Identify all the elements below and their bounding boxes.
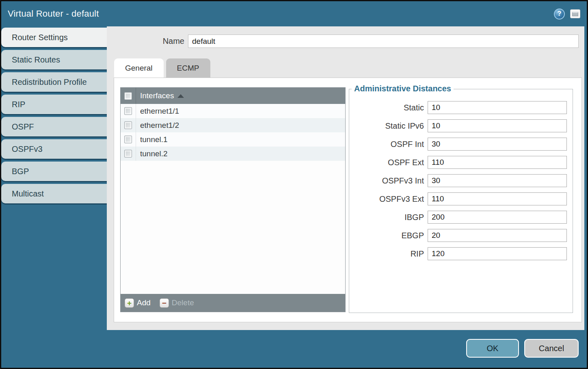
ospfv3-ext-input[interactable] xyxy=(428,192,567,205)
sidebar-item-ospfv3[interactable]: OSPFv3 xyxy=(1,139,107,159)
rip-label: RIP xyxy=(411,249,428,259)
interface-checkbox-ethernet1-2[interactable] xyxy=(124,121,132,129)
titlebar: Virtual Router - default ? xyxy=(1,1,587,26)
field-row-ospf-ext: OSPF Ext xyxy=(349,156,567,169)
select-all-cell xyxy=(121,88,136,104)
interface-row-tunnel-1[interactable]: tunnel.1 xyxy=(121,132,345,147)
static-label: Static xyxy=(404,103,428,112)
add-button[interactable]: + Add xyxy=(125,298,151,308)
interfaces-column-header[interactable]: Interfaces xyxy=(136,91,184,100)
checkbox-cell xyxy=(121,147,136,161)
field-row-ospf-int: OSPF Int xyxy=(349,138,567,151)
rip-input[interactable] xyxy=(428,247,567,260)
name-row: Name xyxy=(107,35,579,48)
dialog-footer: OK Cancel xyxy=(466,339,579,358)
ospfv3-int-input[interactable] xyxy=(428,174,567,187)
plus-icon: + xyxy=(125,298,134,308)
interface-name: tunnel.1 xyxy=(136,135,168,144)
ospf-int-label: OSPF Int xyxy=(391,140,428,149)
static-ipv6-input[interactable] xyxy=(428,119,567,132)
ibgp-input[interactable] xyxy=(428,211,567,224)
interface-checkbox-ethernet1-1[interactable] xyxy=(124,107,132,115)
field-row-ospfv3-int: OSPFv3 Int xyxy=(349,174,567,187)
window-icon[interactable] xyxy=(570,9,580,18)
sidebar-item-router-settings[interactable]: Router Settings xyxy=(1,28,107,47)
ospf-int-input[interactable] xyxy=(428,138,567,151)
interface-row-ethernet1-1[interactable]: ethernet1/1 xyxy=(121,104,345,118)
sidebar-item-bgp[interactable]: BGP xyxy=(1,162,107,181)
sort-ascending-icon xyxy=(177,94,184,98)
delete-button-label: Delete xyxy=(172,298,194,307)
interface-checkbox-tunnel-1[interactable] xyxy=(124,136,132,143)
name-input[interactable] xyxy=(188,35,579,48)
name-label: Name xyxy=(107,37,188,46)
interfaces-table-footer: + Add − Delete xyxy=(121,294,345,312)
interface-name: ethernet1/2 xyxy=(136,121,179,130)
static-input[interactable] xyxy=(428,101,567,114)
checkbox-cell xyxy=(121,104,136,118)
sidebar: Router Settings Static Routes Redistribu… xyxy=(1,28,107,203)
sidebar-item-rip[interactable]: RIP xyxy=(1,95,107,114)
checkbox-cell xyxy=(121,118,136,132)
interface-row-ethernet1-2[interactable]: ethernet1/2 xyxy=(121,118,345,132)
window-icon-glyph xyxy=(572,12,578,16)
table-empty-area xyxy=(121,161,345,294)
tab-ecmp[interactable]: ECMP xyxy=(166,58,210,78)
help-icon[interactable]: ? xyxy=(554,9,565,19)
delete-button[interactable]: − Delete xyxy=(160,298,194,308)
tabstrip: General ECMP xyxy=(114,58,210,78)
interface-name: ethernet1/1 xyxy=(136,107,179,116)
titlebar-icons: ? xyxy=(554,9,580,19)
sidebar-item-static-routes[interactable]: Static Routes xyxy=(1,50,107,69)
select-all-checkbox[interactable] xyxy=(124,92,132,100)
interface-name: tunnel.2 xyxy=(136,149,168,158)
virtual-router-dialog: Virtual Router - default ? Router Settin… xyxy=(0,0,588,369)
field-row-ebgp: EBGP xyxy=(349,229,567,242)
sidebar-item-redistribution-profile[interactable]: Redistribution Profile xyxy=(1,72,107,92)
ospf-ext-label: OSPF Ext xyxy=(388,158,428,167)
interfaces-table: Interfaces ethernet1/1 ethernet1/2 xyxy=(120,87,346,312)
administrative-distances-fields: Static Static IPv6 OSPF Int OSPF Ext xyxy=(349,89,573,260)
ospfv3-ext-label: OSPFv3 Ext xyxy=(379,194,428,204)
cancel-button[interactable]: Cancel xyxy=(524,339,579,358)
field-row-static: Static xyxy=(349,101,567,114)
tab-general[interactable]: General xyxy=(114,58,164,78)
administrative-distances-legend: Administrative Distances xyxy=(352,84,454,93)
router-settings-content: Name General ECMP Interfaces xyxy=(107,26,584,330)
ospfv3-int-label: OSPFv3 Int xyxy=(382,176,428,186)
minus-icon: − xyxy=(160,298,169,308)
administrative-distances-section: Administrative Distances Static Static I… xyxy=(349,89,573,313)
ebgp-input[interactable] xyxy=(428,229,567,242)
dialog-title: Virtual Router - default xyxy=(8,9,99,19)
ok-button[interactable]: OK xyxy=(466,339,519,358)
field-row-ospfv3-ext: OSPFv3 Ext xyxy=(349,192,567,205)
general-tab-panel: Interfaces ethernet1/1 ethernet1/2 xyxy=(114,78,582,322)
interface-checkbox-tunnel-2[interactable] xyxy=(124,150,132,158)
interfaces-table-header: Interfaces xyxy=(121,88,345,104)
field-row-static-ipv6: Static IPv6 xyxy=(349,119,567,132)
checkbox-cell xyxy=(121,132,136,147)
interface-row-tunnel-2[interactable]: tunnel.2 xyxy=(121,147,345,161)
ospf-ext-input[interactable] xyxy=(428,156,567,169)
interfaces-column-label: Interfaces xyxy=(140,91,174,100)
field-row-rip: RIP xyxy=(349,247,567,260)
sidebar-item-multicast[interactable]: Multicast xyxy=(1,184,107,203)
ebgp-label: EBGP xyxy=(401,231,428,240)
ibgp-label: IBGP xyxy=(404,213,428,222)
static-ipv6-label: Static IPv6 xyxy=(385,121,428,131)
sidebar-item-ospf[interactable]: OSPF xyxy=(1,117,107,136)
field-row-ibgp: IBGP xyxy=(349,211,567,224)
add-button-label: Add xyxy=(137,298,151,307)
